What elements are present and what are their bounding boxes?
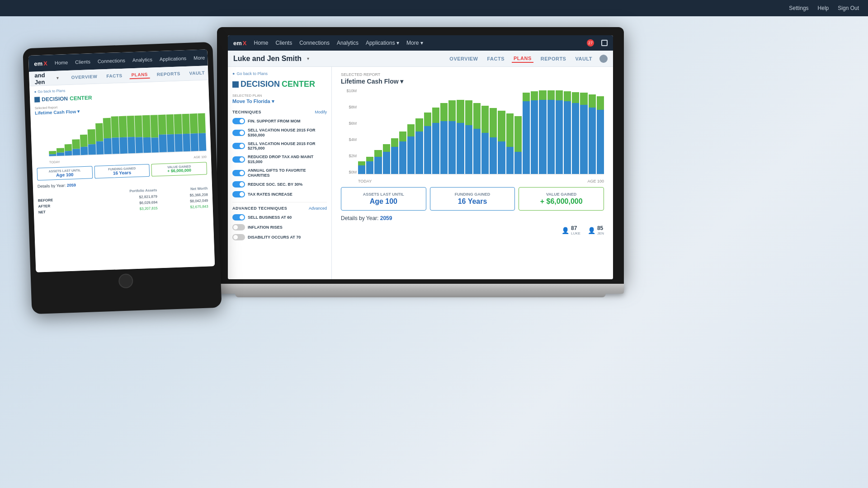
laptop-nav-more[interactable]: More ▾: [406, 40, 423, 46]
laptop-go-back[interactable]: ● Go back to Plans: [232, 71, 327, 76]
laptop-main-content: ● Go back to Plans DECISIONCENTER Select…: [228, 67, 613, 279]
laptop-advanced-btn[interactable]: Advanced: [309, 206, 327, 211]
bar-blue: [415, 131, 423, 174]
y-label-2m: $2M: [341, 154, 357, 158]
laptop-top-nav: emX Home Clients Connections Analytics A…: [228, 35, 613, 51]
bar-group: [399, 89, 406, 174]
laptop-dc-icon: [232, 81, 239, 88]
toggle-annual-gifts[interactable]: [232, 170, 245, 176]
bar-green: [457, 100, 464, 123]
bar-blue: [556, 100, 563, 174]
tablet-bezel: emX Home Clients Connections Analytics A…: [23, 42, 222, 314]
toggle-sell-vacation-350[interactable]: [232, 130, 245, 136]
bar-group: [415, 89, 423, 174]
stat-value-label: VALUE GAINED: [524, 192, 599, 197]
laptop-tab-facts[interactable]: FACTS: [485, 55, 506, 62]
tablet-tab-plans[interactable]: PLANS: [129, 71, 150, 80]
bar-green: [514, 116, 522, 152]
toggle-reduce-soc[interactable]: [232, 181, 245, 188]
bar-blue: [457, 123, 464, 174]
bar-blue: [358, 165, 365, 174]
bar-green: [383, 144, 390, 152]
tablet-stat-funding: FUNDING GAINED 16 Years: [94, 164, 150, 178]
bar-green: [358, 161, 365, 165]
chart-x-labels: TODAY AGE 100: [358, 179, 604, 183]
tablet-nav-connections[interactable]: Connections: [98, 58, 126, 64]
bar-blue: [539, 100, 546, 174]
laptop-selected-plan[interactable]: Move To Florida ▾: [232, 99, 327, 104]
bar-blue: [383, 152, 390, 174]
toggle-inflation[interactable]: [232, 224, 245, 230]
tablet-screen: emX Home Clients Connections Analytics A…: [28, 49, 215, 272]
tablet-nav-more[interactable]: More: [193, 55, 205, 61]
chart-bars-container: [358, 89, 604, 174]
technique-reduce-soc-label: REDUCE SOC. SEC. BY 30%: [248, 182, 302, 187]
laptop-logo-em: em: [233, 40, 242, 47]
laptop-nav-analytics[interactable]: Analytics: [337, 40, 359, 46]
toggle-reduced-drop-tax[interactable]: [232, 156, 245, 163]
bar-green: [506, 113, 514, 147]
tablet-client-arrow[interactable]: ▾: [56, 75, 58, 80]
bar-blue: [465, 125, 472, 174]
technique-tax-rates: TAX RATES INCREASE: [232, 191, 327, 197]
tablet-tab-reports[interactable]: REPORTS: [155, 70, 182, 78]
y-label-10m: $10M: [341, 89, 357, 93]
laptop-selected-plan-label: Selected Plan: [232, 94, 327, 98]
stat-card-funding: FUNDING GAINED 16 Years: [430, 187, 515, 211]
technique-annual-gifts: ANNUAL GIFTS TO FAVORITE CHARITIES: [232, 168, 327, 178]
laptop-chart: $10M $8M $6M $4M $2M $0M TO: [341, 89, 604, 183]
toggle-tax-rates[interactable]: [232, 191, 245, 197]
laptop-tab-plans[interactable]: PLANS: [512, 55, 533, 63]
bar-blue: [448, 121, 456, 174]
bar-green: [589, 94, 596, 107]
bar-green: [539, 90, 546, 100]
toggle-fin-support[interactable]: [232, 118, 245, 124]
bar-green: [424, 113, 431, 126]
laptop-nav-connections[interactable]: Connections: [299, 40, 330, 46]
bar-blue: [424, 126, 431, 174]
laptop-tab-vault[interactable]: VAULT: [573, 55, 594, 62]
tablet-nav-clients[interactable]: Clients: [75, 59, 90, 65]
laptop-report-value[interactable]: Lifetime Cash Flow ▾: [341, 78, 604, 85]
tablet-tab-vault[interactable]: VAULT: [187, 69, 207, 76]
bar-group: [457, 89, 464, 174]
laptop-nav-applications[interactable]: Applications ▾: [366, 40, 399, 46]
tablet-tab-overview[interactable]: OVERVIEW: [69, 73, 99, 81]
bar-group: [473, 89, 481, 174]
bar-group: [448, 89, 456, 174]
bar-blue: [580, 105, 587, 174]
laptop-tab-overview[interactable]: OVERVIEW: [448, 55, 480, 62]
tablet-nav-applications[interactable]: Applications: [160, 56, 187, 62]
bar-group: [523, 89, 530, 174]
laptop-nav-clients[interactable]: Clients: [275, 40, 292, 46]
toggle-disability[interactable]: [232, 234, 245, 240]
laptop-modify-btn[interactable]: Modify: [315, 110, 327, 114]
technique-sell-vacation-275-label: SELL VACATION HOUSE 2015 FOR $275,000: [248, 141, 327, 151]
laptop-nav-home[interactable]: Home: [254, 40, 268, 46]
tablet-home-button[interactable]: [118, 273, 133, 288]
laptop-dc-logo: DECISIONCENTER: [232, 80, 327, 89]
laptop-nav-checkbox[interactable]: [601, 40, 608, 46]
toggle-sell-business[interactable]: [232, 214, 245, 221]
tablet-tab-facts[interactable]: FACTS: [104, 72, 124, 80]
bar-blue: [399, 141, 406, 174]
stat-funding-value: 16 Years: [435, 197, 510, 206]
bar-blue: [564, 101, 571, 174]
bar-group: [465, 89, 472, 174]
tablet-nav-home[interactable]: Home: [55, 60, 68, 66]
technique-sell-business-label: SELL BUSINESS AT 60: [248, 215, 292, 220]
y-label-6m: $6M: [341, 121, 357, 126]
bar-green: [498, 111, 505, 141]
laptop-tab-reports[interactable]: REPORTS: [539, 55, 568, 62]
laptop-nav-badge[interactable]: 27: [587, 39, 594, 47]
laptop-bezel: emX Home Clients Connections Analytics A…: [217, 27, 624, 284]
bar-green: [366, 157, 373, 161]
person-luke: 👤 87 LUKE: [561, 225, 580, 235]
bar-blue: [440, 121, 448, 174]
technique-sell-business: SELL BUSINESS AT 60: [232, 214, 327, 221]
toggle-sell-vacation-275[interactable]: [232, 143, 245, 149]
tablet-nav-analytics[interactable]: Analytics: [132, 57, 152, 63]
bar-blue: [597, 110, 604, 174]
bar-group: [539, 89, 546, 174]
laptop-client-arrow[interactable]: ▾: [307, 56, 309, 61]
